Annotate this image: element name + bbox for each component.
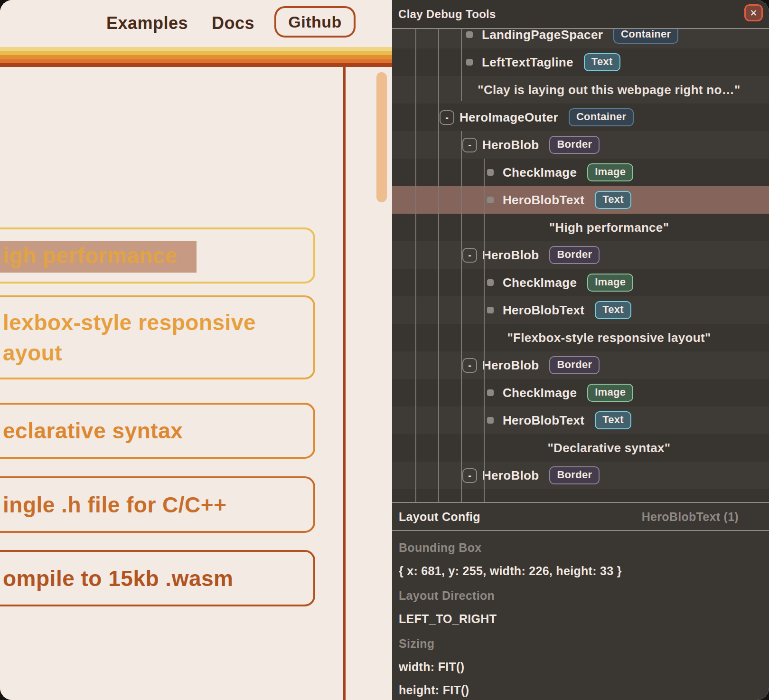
text-content: "High performance": [549, 220, 669, 235]
tree-node-name: LandingPageSpacer: [482, 29, 603, 42]
debug-panel-title: Clay Debug Tools: [398, 8, 496, 21]
tree-row[interactable]: CheckImage Image: [392, 379, 769, 407]
type-badge-text: Text: [595, 301, 631, 319]
close-button[interactable]: ✕: [744, 4, 763, 21]
hero-blob-wasm: ompile to 15kb .wasm: [0, 550, 315, 606]
minus-icon: -: [468, 471, 471, 480]
tree-row[interactable]: - HeroBlob Border: [392, 241, 769, 269]
tree-row[interactable]: - HeroImageOuter Container: [392, 104, 769, 131]
text-content: "Declarative syntax": [547, 441, 670, 455]
bounding-box-value: { x: 681, y: 255, width: 226, height: 33…: [399, 564, 622, 578]
tree-node-name: LeftTextTagline: [482, 55, 573, 70]
minus-icon: -: [468, 250, 471, 260]
tree-node-name: HeroBlob: [482, 468, 539, 483]
tree-row[interactable]: CheckImage Image: [392, 159, 769, 186]
collapse-button[interactable]: -: [440, 110, 454, 125]
tree-row-text-content[interactable]: "Declarative syntax": [392, 434, 769, 462]
type-badge-border: Border: [549, 246, 600, 264]
bullet-icon: [487, 279, 494, 286]
hero-blob-text: ayout: [3, 338, 313, 368]
stripe-orange: [0, 55, 392, 59]
tree-row-selected[interactable]: HeroBlobText Text: [392, 186, 769, 214]
bullet-icon: [466, 59, 473, 66]
layout-config-bar: Layout Config HeroBlobText (1): [392, 502, 769, 531]
bullet-icon: [487, 307, 494, 313]
indent-guide-line: [461, 131, 462, 502]
stripe-rust: [0, 63, 392, 67]
bullet-icon: [487, 417, 494, 424]
bounding-box-label: Bounding Box: [399, 541, 481, 555]
hero-blob-text: igh performance: [3, 240, 313, 271]
layout-direction-value: LEFT_TO_RIGHT: [399, 612, 497, 626]
sizing-height-value: height: FIT(): [399, 683, 469, 697]
nav-link-docs[interactable]: Docs: [212, 13, 254, 33]
type-badge-image: Image: [587, 163, 633, 181]
tree-row[interactable]: LeftTextTagline Text: [392, 48, 769, 76]
page-scrollbar-thumb[interactable]: [376, 72, 387, 202]
type-badge-border: Border: [549, 466, 600, 484]
tree-node-name: HeroBlob: [482, 358, 539, 373]
minus-icon: -: [445, 113, 449, 122]
tree-row[interactable]: HeroBlobText Text: [392, 407, 769, 434]
tree-node-name: CheckImage: [503, 275, 577, 290]
header-stripes: [0, 47, 392, 67]
sizing-width-value: width: FIT(): [399, 660, 464, 674]
type-badge-text: Text: [595, 191, 631, 209]
tree-row[interactable]: CheckImage Image: [392, 269, 769, 296]
tree-row-text-content[interactable]: "Clay is laying out this webpage right n…: [392, 76, 769, 104]
hero-blob-text: eclarative syntax: [3, 416, 313, 446]
tree-node-name: HeroBlob: [482, 248, 539, 263]
debug-panel-header: Clay Debug Tools ✕: [392, 0, 769, 29]
type-badge-border: Border: [549, 356, 600, 374]
indent-guide-line: [415, 29, 416, 502]
tree-node-name: HeroBlobText: [503, 193, 584, 208]
type-badge-container: Container: [613, 29, 678, 44]
tree-node-name: HeroBlob: [482, 138, 539, 152]
element-tree: LandingPageSpacer Container LeftTextTagl…: [392, 29, 769, 502]
selected-element-label: HeroBlobText (1): [642, 510, 739, 524]
github-button[interactable]: Github: [274, 6, 356, 38]
sizing-label: Sizing: [399, 637, 434, 651]
indent-guide-line: [461, 29, 462, 101]
text-content: "Flexbox-style responsive layout": [507, 331, 711, 345]
bullet-icon: [466, 31, 473, 38]
collapse-button[interactable]: -: [462, 468, 477, 483]
layout-direction-label: Layout Direction: [399, 589, 495, 603]
tree-row[interactable]: - HeroBlob Border: [392, 131, 769, 159]
hero-blob-text: lexbox-style responsive: [3, 307, 313, 338]
bullet-icon: [487, 389, 494, 396]
type-badge-image: Image: [587, 274, 633, 292]
stripe-dark-orange: [0, 59, 392, 63]
nav-link-examples[interactable]: Examples: [106, 13, 188, 33]
tree-row: [392, 489, 769, 502]
hero-blob-declarative: eclarative syntax: [0, 403, 315, 459]
tree-row[interactable]: HeroBlobText Text: [392, 296, 769, 324]
hero-blob-single-header: ingle .h file for C/C++: [0, 476, 315, 533]
tree-node-name: CheckImage: [503, 165, 577, 180]
type-badge-text: Text: [584, 53, 620, 71]
collapse-button[interactable]: -: [462, 248, 477, 263]
indent-guide-line: [484, 159, 485, 502]
hero-blob-flexbox: lexbox-style responsive ayout: [0, 295, 315, 379]
hero-blob-text: ingle .h file for C/C++: [3, 490, 313, 520]
collapse-button[interactable]: -: [462, 358, 477, 373]
tree-node-name: CheckImage: [503, 386, 577, 400]
stripe-pale-gold: [0, 47, 392, 51]
tree-row[interactable]: LandingPageSpacer Container: [392, 29, 769, 48]
bullet-icon: [487, 169, 494, 176]
tree-row-text-content[interactable]: "Flexbox-style responsive layout": [392, 324, 769, 351]
tree-row[interactable]: - HeroBlob Border: [392, 462, 769, 489]
tree-row-text-content[interactable]: "High performance": [392, 214, 769, 241]
tree-node-name: HeroImageOuter: [460, 110, 558, 125]
tree-row[interactable]: - HeroBlob Border: [392, 351, 769, 379]
hero-blob-text: ompile to 15kb .wasm: [3, 563, 313, 594]
website-page: Examples Docs Github igh performance lex…: [0, 0, 392, 700]
github-button-label: Github: [288, 13, 342, 31]
type-badge-text: Text: [595, 411, 631, 429]
stripe-gold: [0, 51, 392, 55]
bullet-icon: [487, 197, 494, 203]
close-icon: ✕: [750, 8, 758, 19]
collapse-button[interactable]: -: [462, 138, 477, 152]
tree-node-name: HeroBlobText: [503, 413, 584, 428]
text-content: "Clay is laying out this webpage right n…: [478, 83, 740, 97]
